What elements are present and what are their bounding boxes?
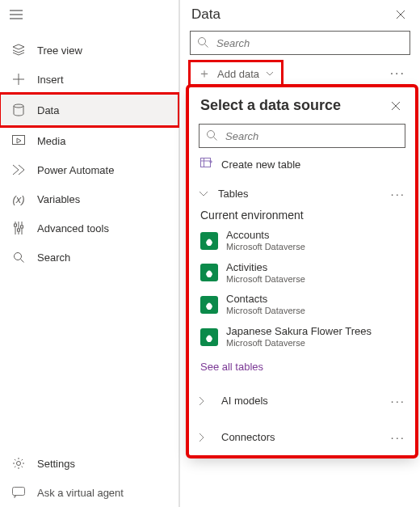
tables-section-header[interactable]: Tables ··· bbox=[189, 179, 415, 205]
svg-point-9 bbox=[208, 131, 215, 138]
nav-item-virtual-agent[interactable]: Ask a virtual agent bbox=[0, 478, 178, 507]
ai-models-label: AI models bbox=[221, 395, 268, 407]
nav-item-variables[interactable]: (x) Variables bbox=[0, 184, 178, 213]
nav-label: Variables bbox=[37, 193, 80, 205]
current-environment-label: Current environment bbox=[189, 205, 415, 225]
nav-item-settings[interactable]: Settings bbox=[0, 449, 178, 478]
add-data-label: Add data bbox=[217, 68, 259, 80]
flyout-search-box[interactable] bbox=[199, 124, 405, 148]
close-button[interactable] bbox=[393, 6, 409, 23]
svg-point-8 bbox=[199, 38, 206, 45]
nav-label: Insert bbox=[37, 74, 64, 86]
add-data-button[interactable]: ＋ Add data bbox=[190, 61, 282, 86]
chevron-right-icon bbox=[199, 433, 213, 442]
hamburger-menu[interactable] bbox=[0, 0, 32, 29]
data-source-sub: Microsoft Dataverse bbox=[226, 274, 305, 285]
gear-icon bbox=[11, 456, 26, 471]
nav-label: Power Automate bbox=[37, 164, 114, 176]
flyout-title: Select a data source bbox=[200, 97, 341, 114]
connectors-label: Connectors bbox=[221, 431, 275, 443]
see-all-tables-link[interactable]: See all tables bbox=[189, 353, 415, 382]
nav-item-insert[interactable]: Insert bbox=[0, 65, 178, 94]
svg-rect-7 bbox=[13, 488, 25, 496]
data-source-item-accounts[interactable]: Accounts Microsoft Dataverse bbox=[189, 225, 415, 257]
media-icon bbox=[11, 133, 26, 148]
svg-point-5 bbox=[15, 253, 22, 260]
nav-label: Advanced tools bbox=[37, 222, 109, 234]
left-rail: Tree view Insert Data Media Power Automa… bbox=[0, 0, 179, 507]
create-new-table-button[interactable]: Create new table bbox=[189, 153, 415, 179]
svg-rect-10 bbox=[201, 158, 211, 167]
nav-label: Settings bbox=[37, 458, 75, 470]
data-source-name: Accounts bbox=[226, 230, 305, 242]
search-icon bbox=[11, 250, 26, 264]
nav-item-search[interactable]: Search bbox=[0, 243, 178, 272]
chevron-right-icon bbox=[199, 396, 213, 406]
search-icon bbox=[197, 36, 210, 49]
tools-icon bbox=[11, 221, 26, 235]
tables-label: Tables bbox=[218, 188, 249, 200]
nav-list: Tree view Insert Data Media Power Automa… bbox=[0, 29, 178, 272]
close-icon bbox=[396, 10, 405, 19]
more-options-button[interactable]: ··· bbox=[390, 66, 410, 81]
search-icon bbox=[206, 129, 219, 142]
flow-icon bbox=[11, 163, 26, 177]
data-search-box[interactable] bbox=[190, 31, 410, 55]
flyout-header: Select a data source bbox=[189, 87, 415, 120]
connectors-section-header[interactable]: Connectors ··· bbox=[189, 419, 415, 455]
chevron-down-icon bbox=[266, 71, 274, 76]
nav-label: Tree view bbox=[37, 44, 82, 57]
data-source-sub: Microsoft Dataverse bbox=[226, 338, 372, 349]
close-icon bbox=[391, 101, 401, 111]
svg-point-6 bbox=[17, 462, 21, 466]
variable-icon: (x) bbox=[11, 192, 26, 206]
connectors-more-button[interactable]: ··· bbox=[390, 430, 405, 444]
nav-item-advanced-tools[interactable]: Advanced tools bbox=[0, 213, 178, 243]
svg-rect-4 bbox=[21, 226, 23, 228]
data-source-name: Contacts bbox=[226, 294, 305, 306]
svg-rect-2 bbox=[15, 224, 17, 226]
svg-point-0 bbox=[14, 104, 23, 108]
layers-icon bbox=[11, 43, 26, 57]
flyout-close-button[interactable] bbox=[388, 98, 404, 114]
nav-item-data[interactable]: Data bbox=[0, 94, 178, 126]
hamburger-icon bbox=[10, 10, 23, 19]
data-source-item-activities[interactable]: Activities Microsoft Dataverse bbox=[189, 257, 415, 289]
dataverse-icon bbox=[200, 296, 218, 314]
nav-item-media[interactable]: Media bbox=[0, 126, 178, 155]
database-icon bbox=[11, 103, 26, 117]
tables-more-button[interactable]: ··· bbox=[390, 187, 405, 201]
data-panel-header: Data bbox=[180, 0, 420, 27]
plus-icon: ＋ bbox=[198, 65, 211, 82]
data-panel-title: Data bbox=[191, 6, 220, 23]
table-plus-icon bbox=[200, 158, 213, 171]
data-source-sub: Microsoft Dataverse bbox=[226, 306, 305, 316]
data-source-item-contacts[interactable]: Contacts Microsoft Dataverse bbox=[189, 289, 415, 321]
nav-item-tree-view[interactable]: Tree view bbox=[0, 36, 178, 65]
create-new-table-label: Create new table bbox=[221, 158, 300, 171]
select-data-source-flyout: Select a data source Create new table Ta… bbox=[189, 87, 415, 455]
nav-label: Data bbox=[37, 104, 59, 116]
nav-item-power-automate[interactable]: Power Automate bbox=[0, 155, 178, 184]
data-source-item-sakura[interactable]: Japanese Sakura Flower Trees Microsoft D… bbox=[189, 321, 415, 353]
data-source-name: Activities bbox=[226, 262, 305, 274]
chat-icon bbox=[11, 485, 26, 500]
nav-label: Media bbox=[37, 135, 65, 147]
svg-rect-3 bbox=[18, 229, 20, 231]
nav-label: Ask a virtual agent bbox=[37, 487, 124, 499]
dataverse-icon bbox=[200, 328, 218, 346]
ai-models-section-header[interactable]: AI models ··· bbox=[189, 382, 415, 419]
data-source-sub: Microsoft Dataverse bbox=[226, 242, 305, 252]
chevron-down-icon bbox=[199, 191, 213, 197]
bottom-nav: Settings Ask a virtual agent bbox=[0, 449, 178, 507]
nav-label: Search bbox=[37, 251, 70, 264]
dataverse-icon bbox=[200, 264, 218, 281]
flyout-search-input[interactable] bbox=[225, 130, 398, 142]
ai-models-more-button[interactable]: ··· bbox=[390, 394, 405, 408]
data-search-input[interactable] bbox=[216, 37, 403, 49]
svg-rect-1 bbox=[13, 136, 25, 145]
dataverse-icon bbox=[200, 232, 218, 250]
data-source-name: Japanese Sakura Flower Trees bbox=[226, 326, 372, 338]
plus-icon bbox=[11, 72, 26, 87]
